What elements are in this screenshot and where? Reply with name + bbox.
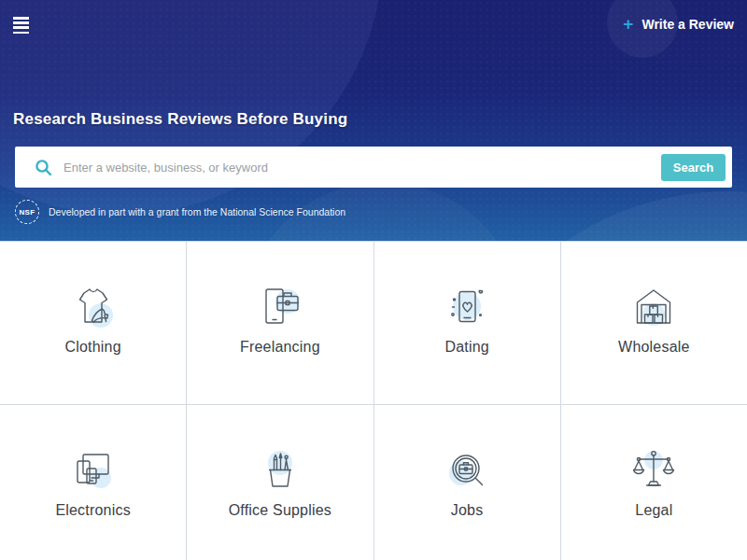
- write-review-button[interactable]: + Write a Review: [623, 15, 734, 33]
- category-label: Jobs: [451, 502, 484, 519]
- category-grid: Clothing Freelancing: [0, 241, 747, 560]
- search-input[interactable]: [63, 147, 661, 188]
- nsf-grant-text: Developed in part with a grant from the …: [49, 206, 345, 217]
- write-review-label: Write a Review: [641, 17, 734, 32]
- category-card-office-supplies[interactable]: Office Supplies: [187, 405, 373, 560]
- nsf-logo-icon: NSF: [15, 200, 39, 224]
- hamburger-menu-icon[interactable]: [13, 17, 30, 36]
- category-card-electronics[interactable]: Electronics: [0, 405, 186, 560]
- office-supplies-icon: [252, 443, 308, 499]
- category-card-freelancing[interactable]: Freelancing: [187, 242, 373, 404]
- freelancing-icon: [252, 280, 308, 336]
- category-card-clothing[interactable]: Clothing: [0, 242, 186, 404]
- category-card-legal[interactable]: Legal: [561, 405, 747, 560]
- category-card-jobs[interactable]: Jobs: [374, 405, 560, 560]
- category-label: Freelancing: [240, 339, 320, 356]
- wholesale-icon: [626, 280, 682, 336]
- jobs-icon: [439, 443, 495, 499]
- category-label: Legal: [635, 502, 672, 519]
- category-label: Electronics: [55, 502, 130, 519]
- plus-icon: +: [623, 15, 633, 33]
- hero-section: + Write a Review Research Business Revie…: [0, 0, 747, 241]
- category-label: Wholesale: [618, 339, 690, 356]
- clothing-icon: [65, 280, 121, 336]
- dating-icon: [439, 280, 495, 336]
- category-card-wholesale[interactable]: Wholesale: [561, 242, 747, 404]
- legal-icon: [626, 443, 682, 499]
- category-label: Dating: [444, 339, 488, 356]
- search-icon: [15, 159, 63, 176]
- decorative-circle: [439, 191, 747, 241]
- search-button[interactable]: Search: [661, 154, 726, 181]
- nsf-grant-note: NSF Developed in part with a grant from …: [15, 200, 345, 224]
- page-title: Research Business Reviews Before Buying: [13, 110, 347, 129]
- search-bar: Search: [15, 147, 732, 188]
- category-label: Clothing: [64, 339, 120, 356]
- category-label: Office Supplies: [229, 502, 331, 519]
- category-card-dating[interactable]: Dating: [374, 242, 560, 404]
- electronics-icon: [65, 443, 121, 499]
